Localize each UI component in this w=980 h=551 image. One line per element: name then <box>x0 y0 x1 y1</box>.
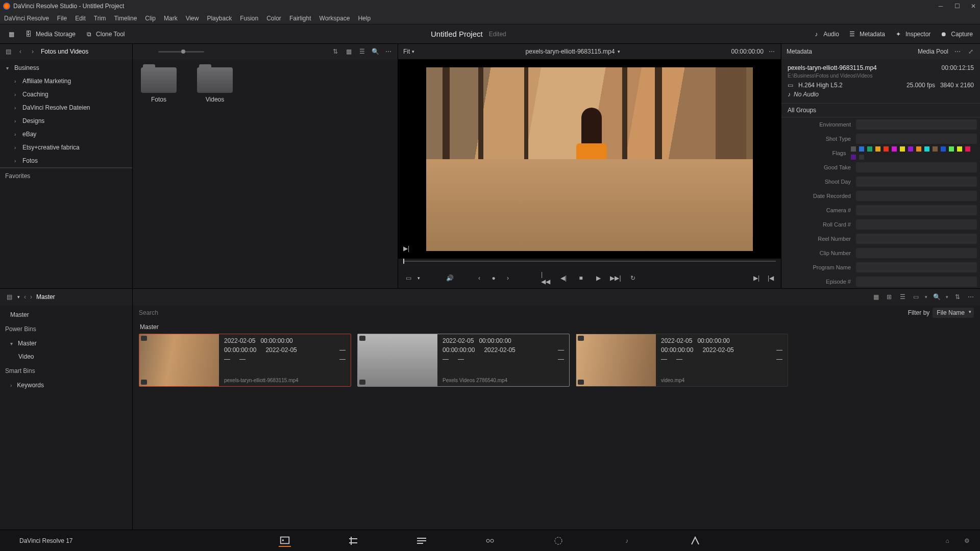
metadata-expand-icon[interactable]: ⤢ <box>967 47 975 56</box>
bins-fwd[interactable]: › <box>30 293 32 300</box>
clone-tool-button[interactable]: ⧉ Clone Tool <box>85 30 125 38</box>
menu-color[interactable]: Color <box>266 15 281 22</box>
scrubber[interactable] <box>398 259 781 268</box>
search-icon[interactable]: 🔍 <box>371 47 379 56</box>
menu-clip[interactable]: Clip <box>145 15 156 22</box>
layout-toggle[interactable]: ▦ <box>7 30 15 38</box>
menu-workspace[interactable]: Workspace <box>320 15 350 22</box>
pool-listview-icon[interactable]: ☰ <box>898 293 906 301</box>
settings-button[interactable]: ⚙ <box>961 535 973 547</box>
sidebar-toggle-icon[interactable]: ▤ <box>4 47 12 56</box>
capture-panel-button[interactable]: ⏺Capture <box>940 30 973 38</box>
nav-back-button[interactable]: ‹ <box>16 48 24 55</box>
search-input[interactable] <box>139 309 902 316</box>
menu-trim[interactable]: Trim <box>94 15 106 22</box>
menu-fusion[interactable]: Fusion <box>240 15 258 22</box>
cut-page-button[interactable] <box>347 535 359 547</box>
menu-davinci-resolve[interactable]: DaVinci Resolve <box>4 15 49 22</box>
tree-item-affiliate-marketing[interactable]: ›Affiliate Marketing <box>0 74 132 88</box>
options-icon[interactable]: ⋯ <box>384 47 393 56</box>
master-bin[interactable]: Master <box>0 308 132 321</box>
viewer-options-icon[interactable]: ⋯ <box>768 47 776 56</box>
metadata-options-icon[interactable]: ⋯ <box>953 47 962 56</box>
media-pool-tab[interactable]: Media Pool <box>918 48 948 55</box>
smart-bin-keywords[interactable]: ›Keywords <box>0 379 132 392</box>
clip-item[interactable]: 2022-02-0500:00:00:0000:00:00:002022-02-… <box>139 334 351 387</box>
viewer-timecode[interactable]: 00:00:00:00 <box>731 48 764 55</box>
transport-controls: ▭▾ 🔊 ‹ ● › |◀◀ ◀| ■ ▶ ▶▶| ↻ ▶| |◀ <box>398 268 781 288</box>
home-button[interactable]: ⌂ <box>941 535 953 547</box>
master-label[interactable]: Master <box>36 293 55 300</box>
list-view-icon[interactable]: ☰ <box>358 47 366 56</box>
sort-icon[interactable]: ⇅ <box>331 47 339 56</box>
close-button[interactable]: ✕ <box>970 3 977 10</box>
viewer-clip-name[interactable]: pexels-taryn-elliott-9683115.mp4 <box>526 48 615 55</box>
pool-sort-icon[interactable]: ⇅ <box>953 293 962 301</box>
inspector-icon: ✦ <box>894 30 902 38</box>
volume-icon[interactable]: 🔊 <box>445 273 455 283</box>
audio-panel-button[interactable]: ♪Audio <box>812 30 839 38</box>
deliver-page-button[interactable] <box>689 535 701 547</box>
bins-sidebar-icon[interactable]: ▤ <box>5 293 13 301</box>
nav-forward-button[interactable]: › <box>29 48 37 55</box>
jog-dot-icon[interactable]: ● <box>488 273 499 283</box>
pool-options-icon[interactable]: ⋯ <box>967 293 975 301</box>
folder-fotos[interactable]: Fotos <box>141 67 177 103</box>
pool-stripview-icon[interactable]: ⊞ <box>885 293 893 301</box>
tree-item-ebay[interactable]: ›eBay <box>0 128 132 141</box>
metadata-panel-button[interactable]: ☰Metadata <box>848 30 885 38</box>
mark-in-icon[interactable]: ▶| <box>401 243 411 254</box>
menu-timeline[interactable]: Timeline <box>114 15 137 22</box>
jog-back-icon[interactable]: ‹ <box>474 273 484 283</box>
clip-item[interactable]: 2022-02-0500:00:00:0000:00:00:002022-02-… <box>357 334 570 387</box>
menu-edit[interactable]: Edit <box>75 15 86 22</box>
jog-fwd-icon[interactable]: › <box>503 273 513 283</box>
menu-mark[interactable]: Mark <box>164 15 178 22</box>
folder-videos[interactable]: Videos <box>197 67 233 103</box>
insert-icon[interactable]: |◀ <box>766 273 776 283</box>
tree-item-designs[interactable]: ›Designs <box>0 114 132 128</box>
minimize-button[interactable]: ─ <box>937 3 944 10</box>
power-bin-master[interactable]: ▾Master <box>0 337 132 350</box>
tree-item-business[interactable]: ▾Business <box>0 61 132 74</box>
inspector-panel-button[interactable]: ✦Inspector <box>894 30 930 38</box>
menu-fairlight[interactable]: Fairlight <box>289 15 311 22</box>
menu-help[interactable]: Help <box>358 15 371 22</box>
stop-button[interactable]: ■ <box>576 273 586 283</box>
play-button[interactable]: ▶ <box>593 273 603 283</box>
media-storage-button[interactable]: 🗄 Media Storage <box>24 30 76 38</box>
media-page-button[interactable] <box>279 535 291 547</box>
tree-item-davinci-resolve-dateien[interactable]: ›DaVinci Resolve Dateien <box>0 101 132 114</box>
metadata-group[interactable]: All Groups <box>781 104 980 117</box>
power-bin-video[interactable]: Video <box>0 350 132 363</box>
menu-playback[interactable]: Playback <box>207 15 232 22</box>
video-preview[interactable]: ▶| <box>398 59 781 259</box>
tree-item-etsy-creative-fabrica[interactable]: ›Etsy+creative fabrica <box>0 141 132 154</box>
pool-view-mode-icon[interactable]: ▭ <box>912 293 920 301</box>
maximize-button[interactable]: ☐ <box>953 3 961 10</box>
edit-page-button[interactable] <box>415 535 428 547</box>
tree-item-coaching[interactable]: ›Coaching <box>0 88 132 101</box>
pool-thumbview-icon[interactable]: ▦ <box>872 293 880 301</box>
menu-view[interactable]: View <box>186 15 199 22</box>
grid-view-icon[interactable]: ▦ <box>345 47 353 56</box>
flag-swatches[interactable] <box>851 145 977 161</box>
thumbnail-size-slider[interactable] <box>158 51 204 53</box>
go-start-button[interactable]: |◀◀ <box>541 273 551 283</box>
menu-file[interactable]: File <box>57 15 67 22</box>
tree-item-fotos[interactable]: ›Fotos <box>0 154 132 167</box>
fairlight-page-button[interactable]: ♪ <box>621 535 633 547</box>
color-page-button[interactable] <box>552 535 565 547</box>
go-end-button[interactable]: ▶▶| <box>610 273 621 283</box>
viewer-mode-icon[interactable]: ▭ <box>403 273 413 283</box>
bins-back[interactable]: ‹ <box>24 293 26 300</box>
fusion-page-button[interactable] <box>484 535 496 547</box>
filter-dropdown[interactable]: File Name <box>933 308 974 318</box>
match-frame-icon[interactable]: ▶| <box>751 273 762 283</box>
clip-item[interactable]: 2022-02-0500:00:00:0000:00:00:002022-02-… <box>576 334 788 387</box>
step-back-button[interactable]: ◀| <box>558 273 569 283</box>
pool-search-icon[interactable]: 🔍 <box>933 293 941 301</box>
zoom-fit-dropdown[interactable]: Fit▾ <box>403 48 414 55</box>
tree-item-fotos-und-videos[interactable]: ▾Fotos und Videos <box>0 167 132 168</box>
loop-button[interactable]: ↻ <box>628 273 638 283</box>
